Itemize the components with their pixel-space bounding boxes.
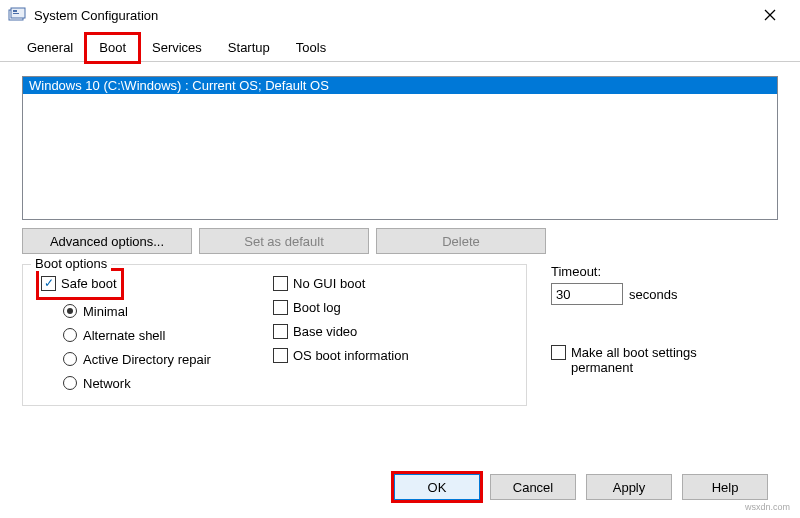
minimal-label: Minimal [83,304,128,319]
make-permanent-checkbox[interactable] [551,345,566,360]
network-radio[interactable] [63,376,77,390]
close-button[interactable] [747,1,792,29]
alternate-shell-label: Alternate shell [83,328,165,343]
tab-tools[interactable]: Tools [283,34,339,62]
advanced-options-button[interactable]: Advanced options... [22,228,192,254]
boot-log-checkbox[interactable] [273,300,288,315]
close-icon [764,9,776,21]
timeout-input[interactable]: 30 [551,283,623,305]
lower-panel: Boot options Safe boot Minimal Alternate… [22,264,778,406]
cancel-button[interactable]: Cancel [490,474,576,500]
make-permanent-label: Make all boot settings permanent [571,345,711,375]
watermark: wsxdn.com [745,502,790,512]
base-video-label: Base video [293,324,357,339]
safe-boot-label: Safe boot [61,276,117,291]
timeout-unit: seconds [629,287,677,302]
msconfig-icon [8,6,26,24]
minimal-radio[interactable] [63,304,77,318]
tab-general[interactable]: General [14,34,86,62]
ad-repair-radio[interactable] [63,352,77,366]
tabs: General Boot Services Startup Tools [0,30,800,62]
ad-repair-label: Active Directory repair [83,352,211,367]
timeout-label: Timeout: [551,264,778,279]
apply-button[interactable]: Apply [586,474,672,500]
tab-services[interactable]: Services [139,34,215,62]
footer-row: OK Cancel Apply Help [394,474,768,500]
tab-boot[interactable]: Boot [86,34,139,62]
boot-options-group: Boot options Safe boot Minimal Alternate… [22,264,527,406]
no-gui-label: No GUI boot [293,276,365,291]
window-title: System Configuration [34,8,747,23]
no-gui-checkbox[interactable] [273,276,288,291]
button-row: Advanced options... Set as default Delet… [22,228,778,254]
timeout-value: 30 [556,287,570,302]
os-boot-info-label: OS boot information [293,348,409,363]
help-button[interactable]: Help [682,474,768,500]
safe-boot-checkbox[interactable] [41,276,56,291]
content: Windows 10 (C:\Windows) : Current OS; De… [0,62,800,420]
titlebar: System Configuration [0,0,800,30]
right-col: Timeout: 30 seconds Make all boot settin… [551,264,778,406]
boot-entry[interactable]: Windows 10 (C:\Windows) : Current OS; De… [23,77,777,94]
boot-options-legend: Boot options [31,256,111,271]
svg-rect-3 [13,13,19,14]
tab-startup[interactable]: Startup [215,34,283,62]
alternate-shell-radio[interactable] [63,328,77,342]
svg-rect-2 [13,10,17,12]
boot-listbox[interactable]: Windows 10 (C:\Windows) : Current OS; De… [22,76,778,220]
window: System Configuration General Boot Servic… [0,0,800,518]
set-default-button: Set as default [199,228,369,254]
boot-log-label: Boot log [293,300,341,315]
base-video-checkbox[interactable] [273,324,288,339]
os-boot-info-checkbox[interactable] [273,348,288,363]
ok-button[interactable]: OK [394,474,480,500]
delete-button: Delete [376,228,546,254]
network-label: Network [83,376,131,391]
